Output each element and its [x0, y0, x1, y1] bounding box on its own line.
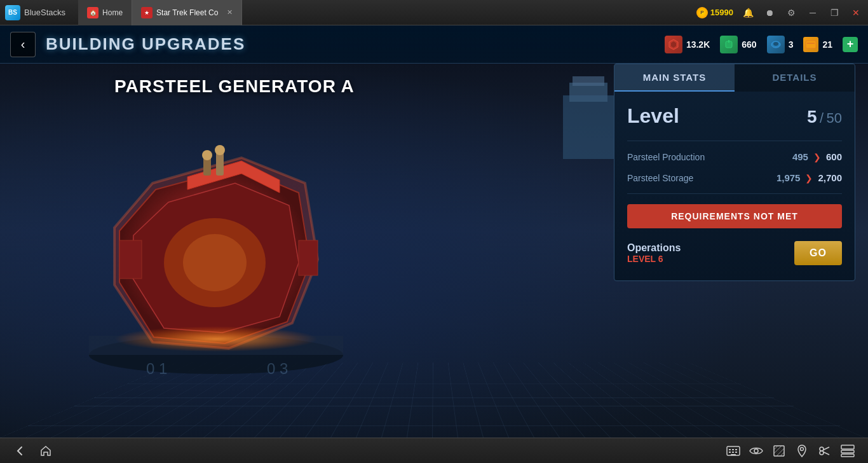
svg-rect-41 — [735, 452, 737, 453]
notification-icon[interactable]: 🔔 — [741, 6, 755, 20]
stats-panel: MAIN STATS DETAILS Level 5 / 50 Parsteel… — [614, 64, 855, 281]
svg-rect-23 — [299, 240, 318, 275]
tab-details[interactable]: DETAILS — [735, 64, 855, 92]
bluestacks-icon: BS — [5, 5, 20, 20]
credits-resource: 21 — [803, 37, 832, 52]
app-logo: BS BlueStacks — [5, 5, 65, 20]
tritanium-icon — [720, 36, 738, 53]
taskbar-back-icon[interactable] — [13, 443, 28, 459]
svg-point-32 — [773, 42, 778, 46]
stat-next-storage: 2,700 — [818, 172, 842, 183]
game-tab-icon: ★ — [141, 7, 153, 18]
requirements-not-met-box: REQUIREMENTS NOT MET — [627, 204, 842, 228]
svg-rect-51 — [841, 450, 854, 453]
screen-title: BUILDING UPGRADES — [46, 34, 245, 54]
arrow-icon-production: ❯ — [813, 152, 821, 162]
tritanium-amount: 660 — [742, 39, 756, 50]
level-row: Level 5 / 50 — [627, 104, 842, 128]
svg-rect-36 — [729, 449, 731, 450]
game-area: 0 1 0 3 ‹ BUILDING UPGRADES 13.2K — [0, 25, 868, 438]
stat-current-production: 495 — [792, 151, 808, 162]
parsteel-icon — [665, 36, 682, 53]
restore-button[interactable]: ❐ — [827, 6, 841, 20]
svg-point-46 — [820, 447, 824, 451]
divider-2 — [627, 193, 842, 194]
taskbar-resize-icon[interactable] — [771, 443, 787, 459]
parsteel-amount: 13.2K — [686, 39, 710, 50]
stat-next-production: 600 — [826, 151, 842, 162]
svg-line-49 — [824, 452, 830, 455]
svg-point-20 — [202, 150, 212, 160]
svg-rect-39 — [729, 452, 731, 453]
requirement-building: Operations — [627, 242, 681, 254]
taskbar-home-icon[interactable] — [38, 443, 53, 459]
add-resources-button[interactable]: + — [843, 37, 858, 52]
svg-rect-7 — [563, 95, 614, 159]
svg-rect-9 — [573, 76, 604, 86]
svg-rect-33 — [806, 41, 816, 48]
currency-amount: 15990 — [710, 8, 733, 17]
taskbar-eye-icon[interactable] — [749, 443, 764, 459]
svg-point-45 — [801, 447, 804, 450]
currency-display: P 15990 — [696, 7, 733, 18]
credits-icon — [803, 37, 818, 52]
stat-current-storage: 1,975 — [776, 172, 801, 183]
resources-bar: 13.2K 660 3 — [665, 36, 858, 53]
credits-amount: 21 — [822, 39, 832, 50]
settings-icon[interactable]: ⚙ — [784, 6, 798, 20]
stat-row-storage: Parsteel Storage 1,975 ❯ 2,700 — [627, 172, 842, 183]
go-button[interactable]: GO — [794, 241, 842, 265]
svg-point-47 — [820, 451, 824, 455]
close-button[interactable]: ✕ — [849, 6, 863, 20]
divider-1 — [627, 141, 842, 141]
level-value-group: 5 / 50 — [807, 107, 842, 127]
stats-content: Level 5 / 50 Parsteel Production 495 ❯ 6… — [614, 92, 855, 280]
dlithium-resource: 3 — [767, 36, 794, 53]
currency-icon: P — [696, 7, 708, 18]
tab-game[interactable]: ★ Star Trek Fleet Co ✕ — [132, 0, 242, 25]
tritanium-resource: 660 — [720, 36, 756, 53]
home-tab-icon: 🏠 — [87, 7, 98, 18]
tab-home[interactable]: 🏠 Home — [78, 0, 132, 25]
svg-rect-52 — [841, 454, 854, 457]
svg-rect-42 — [731, 454, 736, 455]
building-display: 0 1 0 3 — [32, 81, 400, 387]
tab-close-icon[interactable]: ✕ — [227, 8, 233, 17]
requirement-level: LEVEL 6 — [627, 254, 681, 264]
taskbar-layers-icon[interactable] — [840, 443, 855, 459]
building-name: PARSTEEL GENERATOR A — [114, 76, 355, 97]
back-button[interactable]: ‹ — [10, 32, 36, 57]
svg-line-48 — [824, 447, 830, 450]
taskbar-location-icon[interactable] — [794, 443, 810, 459]
dlithium-icon — [767, 36, 785, 53]
stat-name-storage: Parsteel Storage — [627, 173, 776, 183]
taskbar-scissors-icon[interactable] — [817, 443, 832, 459]
record-icon[interactable]: ⏺ — [763, 6, 776, 20]
minimize-button[interactable]: ─ — [806, 6, 820, 20]
svg-rect-38 — [735, 449, 737, 450]
titlebar: BS BlueStacks 🏠 Home ★ Star Trek Fleet C… — [0, 0, 868, 25]
svg-rect-37 — [732, 449, 734, 450]
taskbar-right — [726, 443, 855, 459]
svg-rect-44 — [774, 446, 784, 456]
parsteel-resource: 13.2K — [665, 36, 710, 53]
level-current: 5 — [807, 107, 817, 127]
titlebar-controls: P 15990 🔔 ⏺ ⚙ ─ ❐ ✕ — [696, 6, 863, 20]
game-tab-label: Star Trek Fleet Co — [156, 8, 218, 17]
svg-point-24 — [114, 326, 318, 352]
svg-point-16 — [183, 234, 247, 291]
svg-text:0 3: 0 3 — [267, 360, 288, 377]
taskbar-left — [13, 443, 53, 459]
level-separator: / — [820, 110, 824, 126]
game-header: ‹ BUILDING UPGRADES 13.2K — [0, 25, 868, 64]
back-arrow-icon: ‹ — [21, 37, 25, 52]
taskbar — [0, 438, 868, 463]
svg-rect-34 — [807, 43, 815, 44]
svg-rect-35 — [727, 446, 740, 455]
dlithium-amount: 3 — [789, 39, 794, 50]
requirement-row: Operations LEVEL 6 GO — [627, 238, 842, 268]
stats-tabs: MAIN STATS DETAILS — [614, 64, 855, 92]
taskbar-keyboard-icon[interactable] — [726, 443, 741, 459]
svg-point-21 — [215, 145, 225, 155]
tab-main-stats[interactable]: MAIN STATS — [614, 64, 735, 92]
